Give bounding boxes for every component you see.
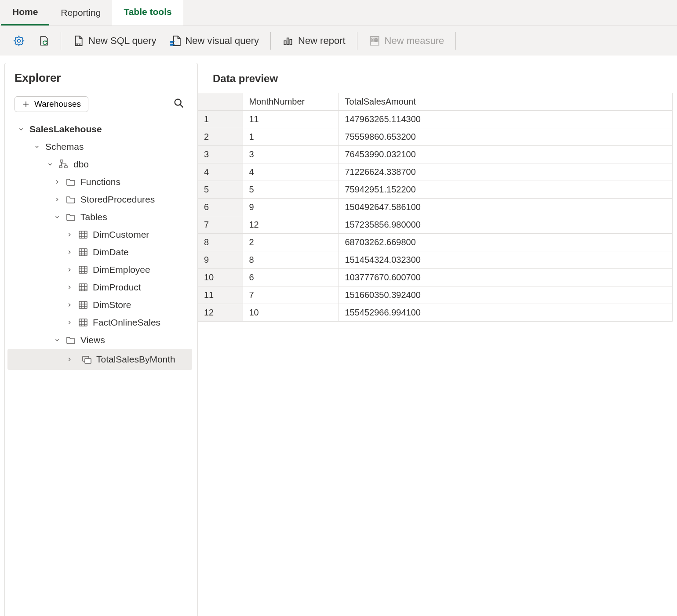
row-number-header[interactable] <box>198 93 243 111</box>
row-number-cell[interactable]: 3 <box>198 146 243 163</box>
new-measure-label: New measure <box>385 35 444 47</box>
row-number-cell[interactable]: 10 <box>198 269 243 286</box>
table-row[interactable]: 3376453990.032100 <box>198 146 673 163</box>
cell-monthnumber[interactable]: 8 <box>243 251 338 269</box>
svg-rect-5 <box>287 38 289 44</box>
cell-totalsalesamount[interactable]: 103777670.600700 <box>338 269 673 286</box>
warehouses-button[interactable]: Warehouses <box>15 96 88 112</box>
cell-totalsalesamount[interactable]: 150492647.586100 <box>338 199 673 216</box>
tab-reporting[interactable]: Reporting <box>49 0 112 25</box>
cell-totalsalesamount[interactable]: 151454324.032300 <box>338 251 673 269</box>
tab-home[interactable]: Home <box>1 0 49 25</box>
tree-label: SalesLakehouse <box>29 124 102 134</box>
row-number-cell[interactable]: 1 <box>198 111 243 128</box>
tree-node-view[interactable]: TotalSalesByMonth <box>7 349 192 370</box>
tree-node-functions[interactable]: Functions <box>7 173 192 191</box>
table-row[interactable]: 117151660350.392400 <box>198 286 673 304</box>
table-row[interactable]: 1210155452966.994100 <box>198 304 673 322</box>
tree-node-lakehouse[interactable]: SalesLakehouse <box>7 120 192 138</box>
tree-node-views[interactable]: Views <box>7 331 192 349</box>
cell-monthnumber[interactable]: 1 <box>243 128 338 146</box>
cell-totalsalesamount[interactable]: 71226624.338700 <box>338 163 673 181</box>
cell-monthnumber[interactable]: 4 <box>243 163 338 181</box>
cell-totalsalesamount[interactable]: 155452966.994100 <box>338 304 673 322</box>
cell-monthnumber[interactable]: 5 <box>243 181 338 199</box>
cell-totalsalesamount[interactable]: 76453990.032100 <box>338 146 673 163</box>
table-row[interactable]: 712157235856.980000 <box>198 216 673 234</box>
new-report-button[interactable]: New report <box>277 32 351 50</box>
table-row[interactable]: 5575942951.152200 <box>198 181 673 199</box>
row-number-cell[interactable]: 4 <box>198 163 243 181</box>
cell-monthnumber[interactable]: 6 <box>243 269 338 286</box>
cell-monthnumber[interactable]: 11 <box>243 111 338 128</box>
svg-point-14 <box>175 99 181 105</box>
folder-icon <box>66 194 76 205</box>
row-number-cell[interactable]: 12 <box>198 304 243 322</box>
table-row[interactable]: 111147963265.114300 <box>198 111 673 128</box>
view-icon <box>81 354 92 365</box>
row-number-cell[interactable]: 6 <box>198 199 243 216</box>
row-number-cell[interactable]: 7 <box>198 216 243 234</box>
tree-node-table[interactable]: DimStore <box>7 296 192 314</box>
row-number-cell[interactable]: 2 <box>198 128 243 146</box>
tree-label: Views <box>80 335 105 345</box>
svg-rect-21 <box>79 284 87 291</box>
cell-totalsalesamount[interactable]: 75942951.152200 <box>338 181 673 199</box>
cell-monthnumber[interactable]: 9 <box>243 199 338 216</box>
cell-monthnumber[interactable]: 2 <box>243 234 338 251</box>
new-visual-query-button[interactable]: New visual query <box>164 32 264 50</box>
cell-monthnumber[interactable]: 12 <box>243 216 338 234</box>
toolbar-divider <box>357 32 357 50</box>
cell-totalsalesamount[interactable]: 151660350.392400 <box>338 286 673 304</box>
chevron-down-icon <box>53 336 61 344</box>
chevron-right-icon <box>66 355 73 363</box>
measure-icon <box>369 35 380 47</box>
toolbar-divider <box>270 32 271 50</box>
table-row[interactable]: 69150492647.586100 <box>198 199 673 216</box>
tree-node-table[interactable]: FactOnlineSales <box>7 314 192 331</box>
new-sql-query-button[interactable]: SQL New SQL query <box>67 32 161 50</box>
table-row[interactable]: 8268703262.669800 <box>198 234 673 251</box>
tree-label: Schemas <box>45 141 84 152</box>
tree-node-table[interactable]: DimProduct <box>7 279 192 296</box>
table-row[interactable]: 4471226624.338700 <box>198 163 673 181</box>
cell-monthnumber[interactable]: 7 <box>243 286 338 304</box>
svg-rect-2 <box>171 41 174 43</box>
table-header-row: MonthNumber TotalSalesAmount <box>198 93 673 111</box>
tree-node-table[interactable]: DimEmployee <box>7 261 192 279</box>
table-row[interactable]: 98151454324.032300 <box>198 251 673 269</box>
cell-totalsalesamount[interactable]: 68703262.669800 <box>338 234 673 251</box>
tree-label: DimEmployee <box>93 265 150 275</box>
svg-rect-12 <box>374 40 375 41</box>
new-report-label: New report <box>298 35 346 47</box>
new-measure-button[interactable]: New measure <box>364 32 450 50</box>
tree-node-table[interactable]: DimCustomer <box>7 226 192 243</box>
row-number-cell[interactable]: 8 <box>198 234 243 251</box>
column-header-totalsalesamount[interactable]: TotalSalesAmount <box>338 93 673 111</box>
refresh-button[interactable] <box>33 32 55 50</box>
tree-label: DimCustomer <box>93 229 149 240</box>
table-row[interactable]: 2175559860.653200 <box>198 128 673 146</box>
row-number-cell[interactable]: 9 <box>198 251 243 269</box>
search-icon <box>173 97 185 109</box>
cell-monthnumber[interactable]: 10 <box>243 304 338 322</box>
row-number-cell[interactable]: 5 <box>198 181 243 199</box>
cell-totalsalesamount[interactable]: 75559860.653200 <box>338 128 673 146</box>
tree-node-table[interactable]: DimDate <box>7 243 192 261</box>
search-button[interactable] <box>170 94 188 113</box>
tree-node-storedprocedures[interactable]: StoredProcedures <box>7 191 192 208</box>
svg-point-0 <box>18 39 21 42</box>
tab-table-tools[interactable]: Table tools <box>112 0 183 25</box>
cell-monthnumber[interactable]: 3 <box>243 146 338 163</box>
cell-totalsalesamount[interactable]: 157235856.980000 <box>338 216 673 234</box>
tree-node-schemas[interactable]: Schemas <box>7 138 192 156</box>
column-header-monthnumber[interactable]: MonthNumber <box>243 93 338 111</box>
tree-node-tables[interactable]: Tables <box>7 208 192 226</box>
svg-rect-8 <box>371 38 373 39</box>
row-number-cell[interactable]: 11 <box>198 286 243 304</box>
chevron-right-icon <box>66 248 73 256</box>
table-row[interactable]: 106103777670.600700 <box>198 269 673 286</box>
tree-node-dbo[interactable]: dbo <box>7 156 192 173</box>
settings-button[interactable] <box>8 32 30 50</box>
cell-totalsalesamount[interactable]: 147963265.114300 <box>338 111 673 128</box>
